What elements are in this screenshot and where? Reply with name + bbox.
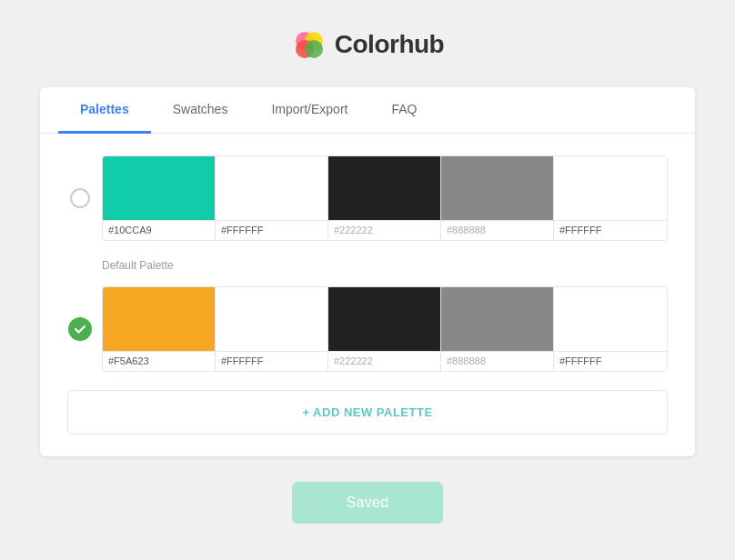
swatch-label-2-4: #FFFFFF [554,351,667,371]
palette-selector-1[interactable] [67,185,93,211]
swatch-label-1-1: #FFFFFF [216,220,328,240]
save-button[interactable]: Saved [292,482,444,524]
palette-name-1: Default Palette [102,259,668,272]
palette-row-1: #10CCA9 #FFFFFF #222222 #888888 [67,155,668,241]
swatch-1-4[interactable]: #FFFFFF [554,156,667,240]
tab-swatches[interactable]: Swatches [151,87,250,134]
content-area: #10CCA9 #FFFFFF #222222 #888888 [40,134,695,456]
swatches-container-2: #F5A623 #FFFFFF #222222 #888888 [102,286,668,372]
swatch-label-2-2: #222222 [328,351,441,371]
svg-point-3 [305,40,323,58]
swatch-2-1[interactable]: #FFFFFF [216,287,328,371]
swatch-label-2-3: #888888 [441,351,554,371]
swatch-1-2[interactable]: #222222 [328,156,441,240]
swatch-1-0[interactable]: #10CCA9 [103,156,216,240]
swatch-color-2-4 [554,287,667,351]
swatch-label-1-0: #10CCA9 [103,220,216,240]
swatch-label-2-1: #FFFFFF [216,351,328,371]
swatch-color-2-0 [103,287,216,351]
swatch-color-1-4 [554,156,667,220]
tab-palettes[interactable]: Palettes [58,87,151,134]
swatch-label-1-2: #222222 [328,220,441,240]
main-card: Palettes Swatches Import/Export FAQ #10C… [40,87,695,456]
palette-row-2: #F5A623 #FFFFFF #222222 #888888 [67,286,668,372]
app-logo [291,27,326,62]
add-palette-button[interactable]: + ADD NEW PALETTE [67,390,668,435]
swatch-label-1-4: #FFFFFF [554,220,667,240]
swatch-1-1[interactable]: #FFFFFF [216,156,328,240]
swatches-container-1: #10CCA9 #FFFFFF #222222 #888888 [102,155,668,241]
swatch-color-1-1 [216,156,328,220]
palette-selector-2[interactable] [67,316,93,342]
swatch-label-1-3: #888888 [441,220,554,240]
radio-unselected[interactable] [70,188,90,208]
swatch-color-2-3 [441,287,554,351]
swatch-color-2-1 [216,287,328,351]
app-title: Colorhub [335,30,444,59]
tab-import-export[interactable]: Import/Export [249,87,369,134]
app-header: Colorhub [291,27,444,62]
tab-faq[interactable]: FAQ [369,87,438,134]
swatches-grid-2: #F5A623 #FFFFFF #222222 #888888 [102,286,668,372]
swatch-2-4[interactable]: #FFFFFF [554,287,667,371]
swatch-color-1-2 [328,156,441,220]
swatch-color-1-3 [441,156,554,220]
swatches-grid-1: #10CCA9 #FFFFFF #222222 #888888 [102,155,668,241]
swatch-color-1-0 [103,156,216,220]
check-selected[interactable] [68,317,92,341]
swatch-label-2-0: #F5A623 [103,351,216,371]
swatch-color-2-2 [328,287,441,351]
check-icon [74,323,86,335]
swatch-2-0[interactable]: #F5A623 [103,287,216,371]
swatch-1-3[interactable]: #888888 [441,156,554,240]
tab-bar: Palettes Swatches Import/Export FAQ [40,87,695,134]
swatch-2-2[interactable]: #222222 [328,287,441,371]
swatch-2-3[interactable]: #888888 [441,287,554,371]
